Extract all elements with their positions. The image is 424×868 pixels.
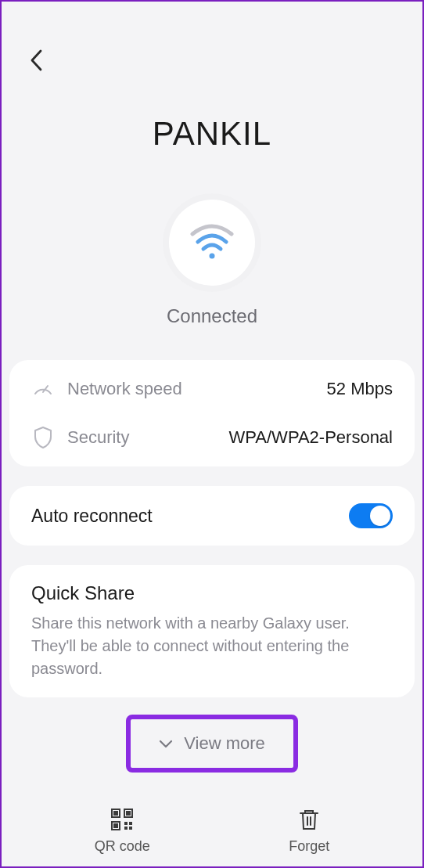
chevron-down-icon	[159, 739, 173, 748]
security-row: Security WPA/WPA2-Personal	[31, 426, 393, 449]
svg-rect-9	[129, 822, 132, 825]
view-more-button[interactable]: View more	[126, 715, 298, 773]
qr-code-icon	[110, 807, 135, 832]
forget-button[interactable]: Forget	[289, 807, 329, 855]
svg-rect-3	[114, 812, 117, 815]
svg-rect-10	[124, 827, 128, 830]
trash-icon	[296, 807, 322, 832]
speed-label: Network speed	[67, 379, 182, 399]
shield-icon	[31, 426, 55, 449]
security-value: WPA/WPA2-Personal	[229, 427, 393, 448]
network-speed-row: Network speed 52 Mbps	[31, 377, 393, 401]
speed-value: 52 Mbps	[327, 379, 393, 399]
forget-label: Forget	[289, 838, 329, 855]
network-name: PANKIL	[2, 115, 422, 153]
quick-share-title: Quick Share	[31, 582, 393, 604]
quick-share-card[interactable]: Quick Share Share this network with a ne…	[9, 565, 415, 697]
connection-status: Connected	[2, 305, 422, 327]
view-more-label: View more	[184, 733, 265, 754]
qr-code-button[interactable]: QR code	[95, 807, 150, 855]
network-details-card: Network speed 52 Mbps Security WPA/WPA2-…	[9, 360, 415, 466]
qr-code-label: QR code	[95, 838, 150, 855]
chevron-left-icon	[29, 49, 45, 72]
speedometer-icon	[31, 377, 55, 401]
security-label: Security	[67, 427, 129, 448]
auto-reconnect-toggle[interactable]	[349, 503, 393, 528]
svg-rect-8	[124, 822, 128, 825]
quick-share-description: Share this network with a nearby Galaxy …	[31, 612, 393, 680]
svg-rect-7	[114, 824, 117, 827]
auto-reconnect-card: Auto reconnect	[9, 486, 415, 546]
toggle-knob	[370, 506, 390, 526]
svg-rect-11	[129, 827, 132, 830]
back-button[interactable]	[29, 49, 45, 75]
wifi-signal-icon	[169, 200, 255, 286]
bottom-actions: QR code Forget	[2, 807, 422, 855]
auto-reconnect-label: Auto reconnect	[31, 506, 153, 527]
svg-point-0	[210, 254, 215, 259]
svg-rect-5	[127, 812, 130, 815]
